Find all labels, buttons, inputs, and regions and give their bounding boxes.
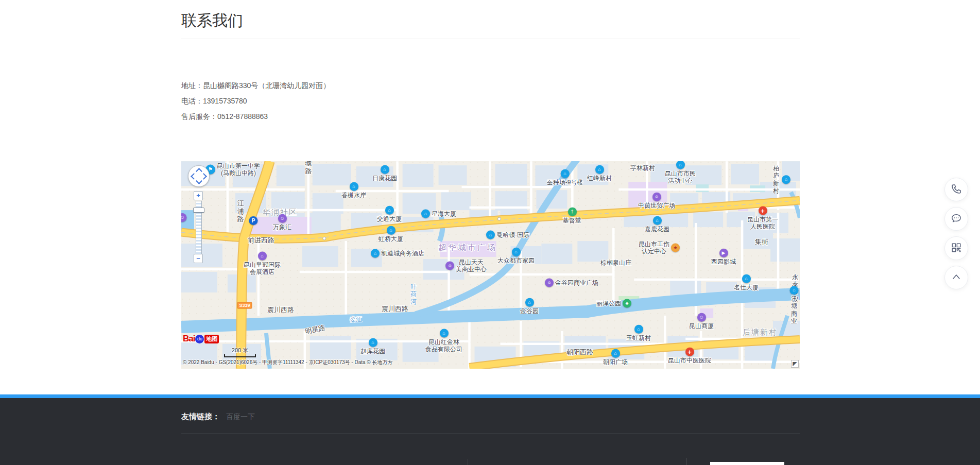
pan-up-icon[interactable] <box>196 168 202 175</box>
map-poi[interactable]: ☺ 万象汇 <box>273 214 291 231</box>
poi-label: 星海大厦 <box>432 210 456 217</box>
map-poi[interactable]: ⌂ 汛塘商业 <box>790 286 799 325</box>
map-poi[interactable]: ⌂ 柏庐新村 <box>772 165 790 195</box>
map-poi[interactable]: ⌂ 名仕大厦 <box>734 274 759 291</box>
contact-address: 地址：昆山樾阁路330号（北珊湾幼儿园对面） <box>181 78 330 93</box>
map-poi[interactable]: 前进西路 <box>248 236 274 245</box>
map-poi[interactable]: ⌂ 星海大厦 <box>421 210 456 218</box>
poi-label: 虹桥大厦 <box>379 235 403 243</box>
back-to-top-icon <box>950 271 962 285</box>
map-copyright: © 2022 Baidu - GS(2021)6026号 - 甲测资字11111… <box>183 359 393 366</box>
phone-fab-button[interactable] <box>944 178 968 201</box>
poi-label: 丽泽公园 <box>596 300 621 307</box>
pan-right-icon[interactable] <box>200 173 207 180</box>
map-poi[interactable]: ☺ 中茵世贸广场 <box>638 193 675 209</box>
map-poi[interactable]: ⌂ 红峰新村 <box>587 165 612 182</box>
poi-icon: + <box>685 348 694 356</box>
poi-icon: ⌂ <box>369 338 377 347</box>
map-poi[interactable]: ☺ 昆山商厦 <box>689 313 714 330</box>
map-pan-control[interactable] <box>188 165 210 187</box>
map-poi[interactable]: 亭林新村 <box>630 164 655 171</box>
map-poi[interactable]: 超华城市广场 <box>438 243 497 252</box>
map-poi[interactable]: ⌂ 虹桥大厦 <box>379 226 403 243</box>
poi-icon: ☺ <box>697 313 706 322</box>
map-poi[interactable]: 震川西路 <box>267 306 294 314</box>
map-poi[interactable]: 后塘新村 <box>743 328 778 337</box>
baidu-map-badge: 地图 <box>204 335 219 343</box>
map-poi[interactable]: ★ 昆山市工伤 认定中心 <box>639 240 680 255</box>
map-poi[interactable]: + 昆山市中医医院 <box>668 348 711 364</box>
map-poi[interactable]: 棕榈泉山庄 <box>600 259 631 266</box>
map-poi[interactable]: 娄江 <box>350 316 362 323</box>
map-poi[interactable]: 集街 <box>755 238 768 246</box>
map-poi[interactable]: ⌂ 曼哈顿·国际 <box>486 231 529 239</box>
friend-links-row: 友情链接： 百度一下 <box>181 412 255 422</box>
poi-label: 叶 荷 河 <box>410 283 417 305</box>
map-poi[interactable]: 明星路 <box>304 323 325 335</box>
map-poi[interactable]: ⌂ 金谷园 <box>520 298 539 315</box>
map-poi[interactable]: ⚑ 昆山市第一中学 (马鞍山中路) <box>205 162 260 177</box>
map-poi[interactable]: ⌂ 大众都市家园 <box>497 248 535 264</box>
map-poi[interactable]: ☺ 金谷园商业广场 <box>545 279 598 287</box>
footer-column-divider <box>686 458 687 465</box>
friend-link-baidu[interactable]: 百度一下 <box>226 412 255 422</box>
map-poi[interactable]: † 基督堂 <box>563 208 581 224</box>
map-poi[interactable]: 江 浦 路 <box>237 199 244 223</box>
pan-down-icon[interactable] <box>196 178 202 184</box>
map-poi[interactable]: ☺ 昆山天天 美商业中心 <box>445 259 487 273</box>
map-poi[interactable]: ♣ 丽泽公园 <box>596 299 631 308</box>
poi-icon: ☺ <box>278 214 287 223</box>
poi-icon: ★ <box>671 244 680 252</box>
service-label: 售后服务： <box>181 112 217 120</box>
poi-icon: ⌂ <box>381 165 389 174</box>
map-poi[interactable]: ▶ 西园影城 <box>711 249 736 265</box>
poi-icon: ⌂ <box>385 206 394 215</box>
map-poi[interactable]: ⌂ 朝阳广场 <box>603 349 628 366</box>
poi-label: 棕榈泉山庄 <box>600 259 631 266</box>
map-poi[interactable]: 珹 路 <box>305 161 312 176</box>
poi-label: 嘉鹿花园 <box>645 226 669 233</box>
poi-icon: ⌂ <box>676 161 685 169</box>
map-poi[interactable]: 朝阳西路 <box>566 348 593 356</box>
poi-label: 昆山商厦 <box>689 322 714 330</box>
zoom-in-button[interactable]: + <box>194 191 203 200</box>
map-poi[interactable]: ⌂ 昆山皇冠国际 会展酒店 <box>244 252 281 276</box>
map-poi[interactable]: ⌂ 昆山市市民 活动中心 <box>665 161 696 184</box>
poi-label: 中茵世贸广场 <box>638 202 675 209</box>
back-to-top-fab-button[interactable] <box>944 266 968 289</box>
map-poi[interactable]: ⌂ 昆山红金林 食品有限公司 <box>425 329 462 353</box>
poi-icon: ☺ <box>181 213 187 222</box>
map-poi[interactable]: S339 <box>237 302 252 309</box>
map-poi[interactable]: ⌂ 玉虹新村 <box>626 325 651 341</box>
chat-fab-button[interactable] <box>944 207 968 231</box>
map-poi[interactable]: 震川西路 <box>382 305 408 313</box>
zoom-slider-handle[interactable] <box>193 208 204 213</box>
poi-label: 昆山市市民 活动中心 <box>665 170 696 185</box>
baidu-map[interactable]: ⚑ 昆山市第一中学 (马鞍山中路) 珹 路 华润社区 ⌂ 香榭水岸 ⌂ 日康花园… <box>181 161 800 369</box>
poi-icon: ☺ <box>652 193 661 201</box>
poi-label: 昆山天天 美商业中心 <box>456 259 487 273</box>
map-poi[interactable]: P <box>249 216 258 226</box>
poi-icon: P <box>249 216 258 225</box>
qrcode-fab-button[interactable] <box>944 236 968 260</box>
zoom-out-button[interactable]: − <box>194 254 203 263</box>
poi-icon: ⌂ <box>371 249 380 258</box>
map-overview-toggle-icon[interactable]: ◤ <box>791 360 799 368</box>
baidu-logo[interactable]: Bai du 地图 <box>183 334 219 344</box>
map-poi[interactable]: ☺ <box>181 213 187 222</box>
poi-label: 赵库花园 <box>360 348 385 355</box>
pan-left-icon[interactable] <box>191 173 197 180</box>
map-poi[interactable]: ⌂ 凯迪城商务酒店 <box>371 249 424 258</box>
poi-icon: † <box>568 208 577 216</box>
poi-label: 香榭水岸 <box>341 192 366 199</box>
footer-column-divider <box>468 459 468 465</box>
map-poi[interactable]: ⌂ 蚕种场-9号楼 <box>547 169 583 186</box>
map-poi[interactable]: ⌂ 嘉鹿花园 <box>645 216 669 233</box>
map-poi[interactable]: + 昆山市第一 人民医院 <box>747 206 778 231</box>
poi-icon: ⌂ <box>387 226 396 235</box>
map-poi[interactable]: ⌂ 交通大厦 <box>377 206 402 222</box>
map-poi[interactable]: ⌂ 香榭水岸 <box>341 182 366 199</box>
map-poi[interactable]: 叶 荷 河 <box>410 283 417 305</box>
map-poi[interactable]: ⌂ 日康花园 <box>372 165 397 182</box>
map-poi[interactable]: ⌂ 赵库花园 <box>360 338 385 355</box>
